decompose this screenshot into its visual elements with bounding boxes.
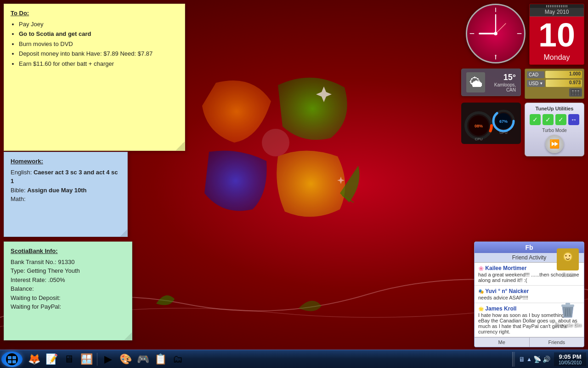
fb-footer: Me Friends — [475, 337, 584, 347]
tray-monitor-icon[interactable]: 🖥 — [519, 356, 525, 363]
jamie-icon — [557, 248, 579, 270]
clock-face — [467, 5, 524, 62]
taskbar-explorer[interactable]: 🪟 — [78, 351, 95, 368]
tuneup-icons: ✓ ✓ ✓ ↔ — [528, 114, 581, 125]
taskbar-clipboard[interactable]: 📋 — [152, 351, 169, 368]
tray-volume-icon[interactable]: 🔊 — [543, 356, 550, 363]
svg-line-7 — [496, 23, 506, 34]
svg-line-39 — [565, 308, 566, 316]
recycle-bin-icon — [557, 299, 579, 321]
svg-point-9 — [495, 55, 497, 57]
fb-name-1: 🎭 Yuvi ° n° Naicker — [478, 288, 580, 294]
clock-time: 9:05 PM — [558, 353, 582, 360]
homework-line-2: Math: — [11, 195, 121, 204]
svg-rect-15 — [575, 92, 577, 93]
taskbar-firefox[interactable]: 🦊 — [26, 351, 42, 368]
taskbar-sticky-notes[interactable]: 📝 — [43, 351, 60, 368]
fb-friends-button[interactable]: Friends — [530, 338, 584, 347]
tray-icons: 🖥 ▲ 📡 🔊 — [517, 356, 552, 363]
tuneup-check3: ✓ — [555, 114, 566, 125]
windows-logo — [179, 46, 372, 239]
weather-icon: 🌥 — [466, 72, 485, 92]
calendar-ticks — [530, 4, 584, 8]
currency-calculator-icon[interactable] — [569, 88, 582, 97]
fb-me-button[interactable]: Me — [475, 338, 530, 347]
taskbar-paint[interactable]: 🎨 — [117, 351, 134, 368]
svg-rect-12 — [575, 90, 577, 92]
svg-rect-38 — [565, 303, 570, 305]
svg-point-42 — [6, 353, 18, 365]
tuneup-check1: ✓ — [530, 114, 541, 125]
currency-cad-value: 1.000 — [569, 71, 581, 76]
tuneup-arrows: ↔ — [568, 114, 579, 125]
taskbar-clock[interactable]: 9:05 PM 10/05/2010 — [554, 352, 586, 366]
list-item: Pay Joey — [19, 20, 178, 29]
tray-network-icon[interactable]: 📡 — [533, 356, 541, 363]
svg-rect-17 — [572, 94, 574, 95]
calendar-widget: May 2010 10 Monday — [529, 4, 584, 65]
svg-rect-14 — [572, 92, 574, 93]
tuneup-check2: ✓ — [543, 114, 554, 125]
weather-info: 15° Kamloops, CAN — [485, 73, 516, 92]
homework-line-0: English: Caeser act 3 sc 3 and act 4 sc … — [11, 168, 121, 186]
recycle-bin-label: Recycle Bin — [554, 322, 581, 328]
tuneup-widget: TuneUp Utilities ✓ ✓ ✓ ↔ Turbo Mode ⏩ — [525, 103, 584, 156]
show-desktop-button[interactable] — [512, 352, 515, 367]
svg-rect-44 — [12, 356, 16, 359]
taskbar-file-manager[interactable]: 🗂 — [170, 351, 186, 368]
taskbar-control-panel[interactable]: 🖥 — [61, 351, 77, 368]
desktop-icon-recycle-bin[interactable]: Recycle Bin — [551, 299, 584, 328]
svg-rect-43 — [8, 356, 11, 359]
svg-text:GPU: GPU — [499, 131, 508, 135]
sticky-todo-list: Pay Joey Go to Scotia and get card Burn … — [19, 20, 178, 69]
tuneup-turbo-button[interactable]: ⏩ — [545, 135, 564, 153]
sb-line-3: Balance: — [11, 284, 125, 293]
currency-row-cad: CAD 1.000 — [527, 71, 582, 78]
svg-point-35 — [569, 255, 571, 257]
tray-arrow-icon[interactable]: ▲ — [526, 356, 532, 362]
currency-cad-bar: 1.000 — [545, 71, 582, 78]
clock-date: 10/05/2010 — [558, 360, 582, 365]
sticky-todo: To Do: Pay Joey Go to Scotia and get car… — [4, 4, 185, 151]
start-button-orb[interactable] — [1, 351, 23, 367]
desktop: To Do: Pay Joey Go to Scotia and get car… — [0, 0, 588, 368]
currency-usd-label[interactable]: USD▼ — [527, 80, 545, 87]
currency-usd-bar: 0.973 — [546, 80, 582, 87]
start-button[interactable] — [0, 350, 24, 368]
svg-rect-13 — [577, 90, 579, 92]
sticky-todo-title: To Do: — [11, 9, 178, 18]
svg-text:CPU: CPU — [475, 137, 483, 141]
svg-text:08%: 08% — [475, 124, 483, 128]
clock-widget — [466, 4, 526, 63]
taskbar-game[interactable]: 🎮 — [135, 351, 151, 368]
svg-rect-46 — [12, 360, 16, 363]
calendar-month: May 2010 — [530, 8, 584, 17]
svg-point-8 — [494, 32, 498, 35]
sb-line-1: Type: Getting There Youth — [11, 266, 125, 276]
currency-widget: CAD 1.000 USD▼ 0.973 — [525, 69, 584, 99]
widgets-panel: May 2010 10 Monday 🌥 15° Kamloops, CAN — [461, 4, 584, 156]
desktop-icon-jamie[interactable]: Jamie — [551, 248, 584, 277]
weather-city: Kamloops, CAN — [485, 82, 516, 92]
taskbar: 🦊 📝 🖥 🪟 ▶ 🎨 🎮 📋 🗂 🖥 — [0, 350, 588, 368]
currency-usd-value: 0.973 — [569, 80, 581, 85]
homework-line-1: Bible: Assign due May 10th — [11, 186, 121, 195]
sticky-scotiabank: ScotiaBank Info: Bank Transit No.: 91330… — [4, 242, 132, 340]
sysmon-widget: 08% 67% CPU GPU — [461, 103, 521, 144]
weather-temp: 15° — [485, 73, 516, 82]
jamie-label: Jamie — [561, 271, 574, 277]
svg-point-0 — [262, 129, 289, 156]
svg-rect-16 — [577, 92, 579, 93]
taskbar-media-player[interactable]: ▶ — [100, 351, 116, 368]
taskbar-divider — [97, 353, 97, 366]
currency-cad-label[interactable]: CAD — [527, 71, 544, 78]
sticky-homework-title: Homework: — [11, 157, 121, 166]
svg-rect-19 — [577, 94, 579, 95]
svg-rect-11 — [572, 90, 574, 92]
sb-line-0: Bank Transit No.: 91330 — [11, 258, 125, 267]
calendar-date: 10 — [530, 17, 584, 53]
sticky-homework: Homework: English: Caeser act 3 sc 3 and… — [4, 152, 128, 237]
sb-line-5: Waiting for PayPal: — [11, 302, 125, 311]
svg-point-34 — [565, 255, 567, 257]
currency-row-usd: USD▼ 0.973 — [527, 80, 582, 87]
